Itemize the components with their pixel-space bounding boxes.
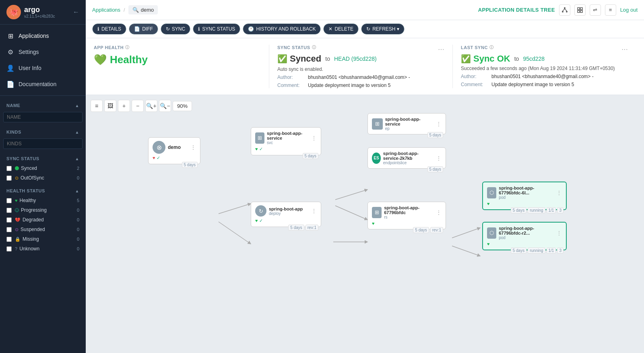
progressing-checkbox[interactable]: [6, 208, 12, 213]
grid-view-icon: [577, 7, 583, 13]
ep-menu[interactable]: ⋮: [436, 121, 442, 127]
zoom-in-btn[interactable]: +: [118, 100, 130, 112]
svc-node[interactable]: ⊞ spring-boot-app-service svc ⋮ ♥ ✓ 5 da…: [251, 127, 321, 155]
health-status-filter-section: HEALTH STATUS ▲ ♥ Healthy 5 ○ Progressin…: [0, 186, 86, 254]
last-sync-commit-link[interactable]: 95cd228: [523, 56, 545, 62]
last-sync-comment-row: Comment: Update deployment image to vers…: [461, 82, 628, 87]
logout-button[interactable]: Log out: [620, 7, 638, 13]
health-status-chevron[interactable]: ▲: [75, 189, 79, 193]
svc-menu[interactable]: ⋮: [311, 135, 317, 141]
list-view-btn[interactable]: ≡: [91, 100, 103, 112]
kinds-chevron-icon[interactable]: ▲: [75, 130, 79, 134]
sidebar-header: 🐙 argo v2.11.5+c4b283c ←: [0, 0, 86, 25]
deploy-menu[interactable]: ⋮: [311, 208, 317, 214]
pod2-node[interactable]: ⬡ spring-boot-app-67796bfdc-r2... pod ⋮ …: [482, 222, 567, 250]
view-network-btn[interactable]: [559, 4, 570, 16]
view-split-btn[interactable]: ⇌: [590, 4, 601, 16]
sidebar-item-applications[interactable]: ⊞ Applications: [0, 28, 86, 44]
pod1-menu[interactable]: ⋮: [556, 190, 562, 196]
pod1-status: ♥: [487, 201, 562, 206]
commit-link[interactable]: HEAD (95cd228): [334, 56, 377, 62]
es-info: spring-boot-app-service-2k7kb endpointsl…: [383, 151, 433, 165]
svg-line-3: [563, 9, 565, 11]
svg-line-15: [452, 246, 480, 256]
topbar-right: APPLICATION DETAILS TREE ⇌ ≡ Log out: [478, 4, 638, 16]
suspended-count: 0: [77, 227, 79, 232]
filter-progressing: ○ Progressing 0: [0, 205, 86, 215]
view-list-btn[interactable]: ≡: [605, 4, 616, 16]
pod1-count-badge: 3: [557, 207, 564, 213]
pod2-info: spring-boot-app-67796bfdc-r2... pod: [499, 226, 554, 240]
pod1-badge-row: 5 days running 1/1 3: [511, 207, 564, 213]
docs-label: Documentation: [19, 81, 56, 87]
refresh-button[interactable]: ↻ REFRESH ▾: [361, 23, 405, 35]
svc-status: ♥ ✓: [255, 147, 317, 152]
sync-status-button[interactable]: ℹ SYNC STATUS: [193, 23, 240, 35]
sidebar-item-settings[interactable]: ⚙ Settings: [0, 44, 86, 60]
delete-button[interactable]: ✕ DELETE: [323, 23, 359, 35]
demo-node-icon: ⊗: [153, 141, 165, 154]
ep-node[interactable]: ⊞ spring-boot-app-service ep ⋮ 5 days: [367, 113, 446, 134]
pod1-node[interactable]: ⬡ spring-boot-app-67796bfdc-6l... pod ⋮ …: [482, 182, 567, 210]
deploy-node[interactable]: ↻ spring-boot-app deploy ⋮ ♥ ✓ 5 days re…: [251, 202, 321, 227]
kinds-filter-input[interactable]: [3, 138, 83, 149]
outofsync-count: 0: [77, 175, 79, 180]
image-view-btn[interactable]: 🖼: [104, 100, 116, 112]
details-button[interactable]: ℹ DETAILS: [92, 23, 126, 35]
name-filter-input[interactable]: [3, 112, 83, 122]
zoom-level[interactable]: 90%: [173, 101, 192, 111]
last-sync-title: LAST SYNC ⓘ: [461, 45, 493, 50]
succeeded-text: Succeeded a few seconds ago (Mon Aug 19 …: [461, 66, 628, 71]
sync-ok-status: ✅ Sync OK to 95cd228: [461, 54, 628, 64]
pod1-info: spring-boot-app-67796bfdc-6l... pod: [499, 186, 554, 200]
last-sync-menu[interactable]: ⋯: [621, 45, 628, 53]
svc-node-inner: ⊞ spring-boot-app-service svc ⋮: [255, 131, 317, 145]
app-health-panel: APP HEALTH ⓘ 💚 Healthy: [94, 45, 269, 88]
missing-checkbox[interactable]: [6, 237, 12, 242]
demo-node-menu[interactable]: ⋮: [190, 144, 196, 151]
suspended-checkbox[interactable]: [6, 227, 12, 232]
sync-button[interactable]: ↻ SYNC: [161, 23, 190, 35]
sync-status-filter-section: SYNC STATUS ▲ Synced 2 ⊙ OutOfSync 0: [0, 154, 86, 183]
es-node[interactable]: ES spring-boot-app-service-2k7kb endpoin…: [367, 147, 446, 169]
demo-node[interactable]: ⊗ demo ⋮ ♥ ✓ 5 days: [148, 137, 200, 164]
history-icon: 🕐: [248, 26, 254, 32]
sync-status-chevron[interactable]: ▲: [75, 157, 79, 161]
zoom-fit-all-btn[interactable]: 🔍−: [159, 100, 171, 112]
sidebar-item-documentation[interactable]: 📄 Documentation: [0, 76, 86, 92]
filter-healthy: ♥ Healthy 5: [0, 196, 86, 205]
breadcrumb-applications-link[interactable]: Applications: [92, 7, 120, 13]
synced-checkbox[interactable]: [6, 166, 12, 171]
sidebar-item-user-info[interactable]: 👤 User Info: [0, 60, 86, 76]
pod2-name: spring-boot-app-67796bfdc-r2...: [499, 226, 554, 235]
deploy-rev-badge: rev:1: [305, 225, 318, 231]
missing-status-dot: 🔒: [15, 237, 21, 242]
unknown-checkbox[interactable]: [6, 246, 12, 252]
rs-heart-icon: ♥: [372, 221, 375, 226]
rs-icon: ⊞: [372, 207, 382, 218]
zoom-out-btn[interactable]: −: [132, 100, 144, 112]
rs-menu[interactable]: ⋮: [436, 209, 442, 216]
progressing-count: 0: [77, 208, 79, 213]
es-menu[interactable]: ⋮: [436, 155, 442, 161]
view-grid-btn[interactable]: [574, 4, 586, 16]
pod2-menu[interactable]: ⋮: [556, 230, 562, 236]
diff-button[interactable]: 📄 DIFF: [129, 23, 158, 35]
sync-status-menu[interactable]: ⋯: [438, 45, 444, 53]
outofsync-checkbox[interactable]: [6, 175, 12, 181]
name-chevron-icon[interactable]: ▲: [75, 103, 79, 108]
zoom-fit-btn[interactable]: 🔍+: [145, 100, 157, 112]
sync-status-filter-header: SYNC STATUS ▲: [0, 154, 86, 163]
history-button[interactable]: 🕐 HISTORY AND ROLLBACK: [243, 23, 321, 35]
back-button[interactable]: ←: [73, 8, 79, 16]
healthy-checkbox[interactable]: [6, 198, 12, 203]
demo-node-inner: ⊗ demo ⋮: [153, 141, 196, 154]
details-icon: ℹ: [97, 26, 99, 32]
breadcrumb-search[interactable]: 🔍 demo: [128, 5, 158, 14]
last-sync-author-label: Author:: [461, 74, 489, 79]
rs-node[interactable]: ⊞ spring-boot-app-67796bfdc rs ⋮ ♥ 5 day…: [367, 202, 446, 229]
degraded-checkbox[interactable]: [6, 217, 12, 223]
to-text: to: [325, 56, 330, 62]
missing-count: 0: [77, 237, 79, 242]
svc-name: spring-boot-app-service: [267, 131, 309, 140]
